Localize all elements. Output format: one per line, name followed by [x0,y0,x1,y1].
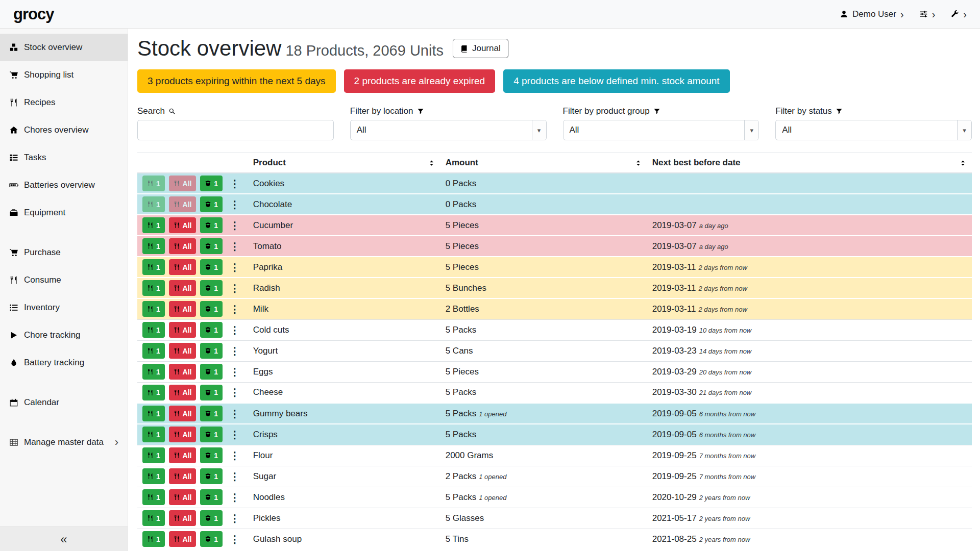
open-one-button[interactable]: 1 [200,489,223,505]
row-menu-button[interactable]: ⋮ [227,470,243,483]
consume-one-button[interactable]: 1 [142,322,165,338]
consume-all-button[interactable]: All [169,427,197,442]
row-menu-button[interactable]: ⋮ [227,198,243,211]
consume-all-button[interactable]: All [169,364,197,380]
sidebar-item-chore-tracking[interactable]: Chore tracking [0,321,128,349]
consume-all-button[interactable]: All [169,385,197,400]
sidebar-item-chores-overview[interactable]: Chores overview [0,116,128,144]
consume-one-button[interactable]: 1 [142,259,165,275]
status-filter-select[interactable]: All ▾ [775,120,972,140]
open-one-button[interactable]: 1 [200,385,223,400]
open-one-button[interactable]: 1 [200,196,223,212]
consume-all-button[interactable]: All [169,468,197,484]
consume-all-button[interactable]: All [169,343,197,359]
consume-all-button[interactable]: All [169,510,197,526]
row-menu-button[interactable]: ⋮ [227,449,243,462]
open-one-button[interactable]: 1 [200,322,223,338]
open-one-button[interactable]: 1 [200,447,223,463]
consume-all-button[interactable]: All [169,196,197,212]
user-menu[interactable]: Demo User › [840,9,904,19]
location-filter-select[interactable]: All ▾ [350,120,547,140]
sidebar-item-stock-overview[interactable]: Stock overview [0,34,128,61]
open-one-button[interactable]: 1 [200,343,223,359]
row-menu-button[interactable]: ⋮ [227,240,243,253]
consume-all-button[interactable]: All [169,322,197,338]
consume-all-button[interactable]: All [169,447,197,463]
consume-one-button[interactable]: 1 [142,301,165,317]
open-one-button[interactable]: 1 [200,259,223,275]
row-menu-button[interactable]: ⋮ [227,261,243,273]
row-menu-button[interactable]: ⋮ [227,345,243,357]
sidebar-item-purchase[interactable]: Purchase [0,239,128,266]
consume-one-button[interactable]: 1 [142,406,165,421]
sidebar-item-shopping-list[interactable]: Shopping list [0,61,128,89]
row-menu-button[interactable]: ⋮ [227,512,243,524]
consume-all-button[interactable]: All [169,301,197,317]
row-menu-button[interactable]: ⋮ [227,533,243,545]
open-one-button[interactable]: 1 [200,280,223,296]
consume-all-button[interactable]: All [169,238,197,254]
product-group-filter-select[interactable]: All ▾ [563,120,760,140]
consume-all-button[interactable]: All [169,531,197,547]
open-one-button[interactable]: 1 [200,364,223,380]
journal-button[interactable]: Journal [453,39,508,58]
status-banner-expired[interactable]: 2 products are already expired [344,69,496,93]
consume-one-button[interactable]: 1 [142,489,165,505]
open-one-button[interactable]: 1 [200,176,223,191]
consume-all-button[interactable]: All [169,176,197,191]
grocy-logo[interactable]: grocy [13,5,54,23]
row-menu-button[interactable]: ⋮ [227,282,243,294]
status-banner-below-min-stock[interactable]: 4 products are below defined min. stock … [503,69,729,93]
open-one-button[interactable]: 1 [200,406,223,421]
row-menu-button[interactable]: ⋮ [227,491,243,504]
consume-all-button[interactable]: All [169,489,197,505]
consume-one-button[interactable]: 1 [142,468,165,484]
consume-one-button[interactable]: 1 [142,385,165,400]
consume-one-button[interactable]: 1 [142,217,165,233]
consume-one-button[interactable]: 1 [142,238,165,254]
open-one-button[interactable]: 1 [200,510,223,526]
row-menu-button[interactable]: ⋮ [227,429,243,441]
sidebar-item-tasks[interactable]: Tasks [0,144,128,171]
row-menu-button[interactable]: ⋮ [227,408,243,420]
row-menu-button[interactable]: ⋮ [227,366,243,378]
consume-one-button[interactable]: 1 [142,280,165,296]
open-one-button[interactable]: 1 [200,427,223,442]
sidebar-item-calendar[interactable]: Calendar [0,389,128,416]
consume-all-button[interactable]: All [169,280,197,296]
open-one-button[interactable]: 1 [200,238,223,254]
sidebar-item-manage-master-data[interactable]: Manage master data › [0,429,128,456]
open-one-button[interactable]: 1 [200,468,223,484]
row-menu-button[interactable]: ⋮ [227,324,243,336]
consume-one-button[interactable]: 1 [142,176,165,191]
consume-one-button[interactable]: 1 [142,427,165,442]
open-one-button[interactable]: 1 [200,531,223,547]
consume-one-button[interactable]: 1 [142,196,165,212]
sidebar-item-equipment[interactable]: Equipment [0,199,128,227]
open-one-button[interactable]: 1 [200,301,223,317]
consume-one-button[interactable]: 1 [142,343,165,359]
consume-all-button[interactable]: All [169,406,197,421]
sidebar-item-battery-tracking[interactable]: Battery tracking [0,349,128,377]
row-menu-button[interactable]: ⋮ [227,303,243,315]
row-menu-button[interactable]: ⋮ [227,386,243,398]
sidebar-collapse-button[interactable]: « [60,532,67,546]
header-next-best-before-date[interactable]: Next best before date [647,153,972,173]
open-one-button[interactable]: 1 [200,217,223,233]
settings-menu[interactable]: › [919,9,936,19]
consume-all-button[interactable]: All [169,217,197,233]
status-banner-expiring-soon[interactable]: 3 products expiring within the next 5 da… [137,69,336,93]
row-menu-button[interactable]: ⋮ [227,219,243,232]
sidebar-item-inventory[interactable]: Inventory [0,294,128,321]
header-product[interactable]: Product [248,153,440,173]
consume-all-button[interactable]: All [169,259,197,275]
consume-one-button[interactable]: 1 [142,447,165,463]
header-amount[interactable]: Amount [440,153,647,173]
consume-one-button[interactable]: 1 [142,510,165,526]
consume-one-button[interactable]: 1 [142,364,165,380]
row-menu-button[interactable]: ⋮ [227,178,243,190]
admin-menu[interactable]: › [950,9,967,19]
search-input[interactable] [137,120,334,140]
consume-one-button[interactable]: 1 [142,531,165,547]
sidebar-item-consume[interactable]: Consume [0,266,128,294]
